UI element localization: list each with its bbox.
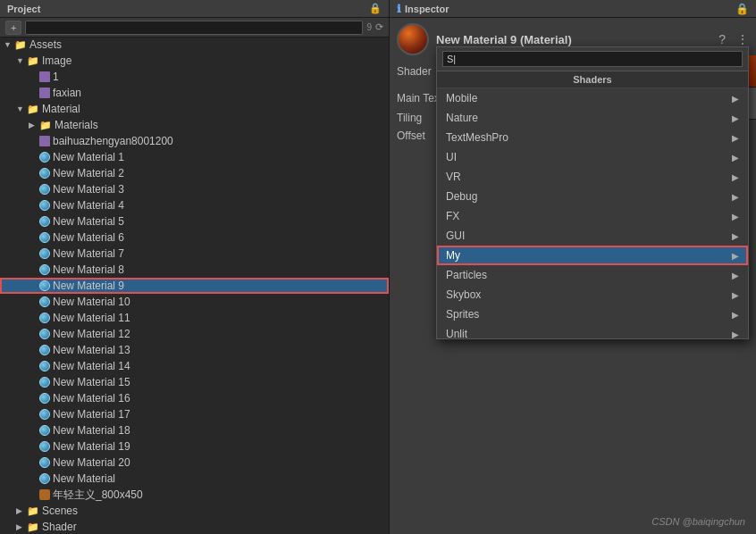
project-tree: ▼📁Assets▼📁Image1faxian▼📁Material▶📁Materi… xyxy=(0,38,389,534)
tree-item-nm_plain[interactable]: New Material xyxy=(0,471,389,487)
material-icon xyxy=(39,248,50,259)
tree-item-nm12[interactable]: New Material 12 xyxy=(0,326,389,342)
tree-item-label: faxian xyxy=(53,87,81,99)
material-icon xyxy=(39,329,50,339)
tree-item-nm5[interactable]: New Material 5 xyxy=(0,213,389,229)
tree-item-label: New Material 12 xyxy=(53,328,130,340)
search-input[interactable] xyxy=(25,21,363,35)
panel-header-actions: 🔒 xyxy=(369,3,382,14)
tree-item-label: New Material 9 xyxy=(53,280,124,292)
shader-item-gui[interactable]: GUI▶ xyxy=(437,226,748,246)
shader-item-unlit[interactable]: Unlit▶ xyxy=(437,324,748,338)
tree-item-nm8[interactable]: New Material 8 xyxy=(0,262,389,278)
shader-item-nature[interactable]: Nature▶ xyxy=(437,108,748,128)
tree-item-img1[interactable]: 1 xyxy=(0,69,389,85)
folder-icon: 📁 xyxy=(39,119,52,131)
inspector-panel: ℹ Inspector 🔒 New Material 9 (Material) … xyxy=(390,0,756,534)
shader-item-label: Sprites xyxy=(446,308,479,321)
tree-item-nm16[interactable]: New Material 16 xyxy=(0,390,389,406)
shader-item-arrow-icon: ▶ xyxy=(732,94,739,104)
tree-item-materials[interactable]: ▶📁Materials xyxy=(0,117,389,133)
toolbar-count: 9 xyxy=(366,22,372,32)
shader-item-arrow-icon: ▶ xyxy=(732,172,739,182)
tree-item-nm18[interactable]: New Material 18 xyxy=(0,422,389,438)
tree-item-nm19[interactable]: New Material 19 xyxy=(0,438,389,455)
shader-item-my[interactable]: My▶ xyxy=(437,246,748,265)
shader-list: Mobile▶Nature▶TextMeshPro▶UI▶VR▶Debug▶FX… xyxy=(437,88,748,338)
tree-item-scenes[interactable]: ▶📁Scenes xyxy=(0,503,389,519)
tree-item-nm2[interactable]: New Material 2 xyxy=(0,165,389,181)
shader-item-arrow-icon: ▶ xyxy=(732,192,739,202)
tree-item-label: New Material 13 xyxy=(53,344,130,356)
tree-item-nm15[interactable]: New Material 15 xyxy=(0,374,389,390)
tree-item-material[interactable]: ▼📁Material xyxy=(0,101,389,117)
project-panel: Project 🔒 + 9 ⟳ ▼📁Assets▼📁Image1faxian▼📁… xyxy=(0,0,390,534)
tree-item-label: New Material 19 xyxy=(53,440,130,453)
material-icon xyxy=(39,425,50,436)
tree-item-nm6[interactable]: New Material 6 xyxy=(0,229,389,246)
tree-item-label: New Material 16 xyxy=(53,392,130,405)
tree-item-nm3[interactable]: New Material 3 xyxy=(0,181,389,197)
shader-item-arrow-icon: ▶ xyxy=(732,330,739,339)
image-icon xyxy=(39,71,50,82)
tree-item-label: New Material 11 xyxy=(53,312,130,324)
lock-icon[interactable]: 🔒 xyxy=(369,3,382,14)
shader-item-vr[interactable]: VR▶ xyxy=(437,167,748,187)
tree-item-label: New Material 18 xyxy=(53,424,130,437)
kebab-icon[interactable]: ⋮ xyxy=(736,32,749,46)
material-icon xyxy=(39,232,50,243)
material-icon xyxy=(39,280,50,291)
tree-item-label: New Material 1 xyxy=(53,151,124,163)
shader-item-mobile[interactable]: Mobile▶ xyxy=(437,88,748,108)
tree-item-assets[interactable]: ▼📁Assets xyxy=(0,38,389,53)
shader-item-debug[interactable]: Debug▶ xyxy=(437,187,748,206)
shader-item-label: GUI xyxy=(446,229,465,242)
lock-icon-inspector[interactable]: 🔒 xyxy=(735,3,749,15)
shader-item-label: TextMeshPro xyxy=(446,131,508,144)
shader-item-fx[interactable]: FX▶ xyxy=(437,206,748,226)
refresh-icon[interactable]: ⟳ xyxy=(375,21,383,33)
tree-item-shader_folder[interactable]: ▶📁Shader xyxy=(0,519,389,534)
help-icon[interactable]: ? xyxy=(718,32,726,46)
tree-item-nm7[interactable]: New Material 7 xyxy=(0,246,389,262)
tree-item-nm20[interactable]: New Material 20 xyxy=(0,455,389,471)
shader-label: Shader xyxy=(397,65,438,78)
shader-search-input[interactable] xyxy=(442,51,743,67)
add-button[interactable]: + xyxy=(5,21,21,35)
tree-item-nm11[interactable]: New Material 11 xyxy=(0,310,389,326)
material-icon xyxy=(39,441,50,452)
tree-item-nm9[interactable]: New Material 9 xyxy=(0,278,389,294)
material-icon xyxy=(39,216,50,227)
tree-item-label: baihuazhengyan8001200 xyxy=(53,135,173,147)
tree-item-nm14[interactable]: New Material 14 xyxy=(0,358,389,374)
tree-item-label: New Material xyxy=(53,472,115,485)
shader-item-ui[interactable]: UI▶ xyxy=(437,147,748,167)
tree-item-nianlabel[interactable]: 年轻主义_800x450 xyxy=(0,487,389,503)
tree-item-nm17[interactable]: New Material 17 xyxy=(0,406,389,422)
tree-item-nm10[interactable]: New Material 10 xyxy=(0,294,389,310)
shader-item-sprites[interactable]: Sprites▶ xyxy=(437,305,748,324)
tree-item-label: New Material 8 xyxy=(53,263,124,276)
tree-item-faxian[interactable]: faxian xyxy=(0,85,389,101)
material-icon xyxy=(39,457,50,468)
shader-item-particles[interactable]: Particles▶ xyxy=(437,265,748,285)
project-toolbar: + 9 ⟳ xyxy=(0,18,389,38)
material-icon xyxy=(39,393,50,404)
material-icon xyxy=(39,184,50,195)
shader-item-label: Nature xyxy=(446,112,478,124)
tree-item-nm13[interactable]: New Material 13 xyxy=(0,342,389,358)
shader-item-label: My xyxy=(446,249,460,262)
tree-item-label: 年轻主义_800x450 xyxy=(53,488,143,503)
tree-item-baihualabel[interactable]: baihuazhengyan8001200 xyxy=(0,133,389,149)
tree-item-label: New Material 5 xyxy=(53,215,124,228)
material-icon xyxy=(39,361,50,371)
tree-item-nm1[interactable]: New Material 1 xyxy=(0,149,389,165)
tree-item-nm4[interactable]: New Material 4 xyxy=(0,197,389,213)
material-preview-sphere xyxy=(397,23,429,55)
shader-item-textmeshpro[interactable]: TextMeshPro▶ xyxy=(437,128,748,147)
tree-item-label: New Material 7 xyxy=(53,247,124,260)
shader-item-skybox[interactable]: Skybox▶ xyxy=(437,285,748,305)
project-panel-title: Project xyxy=(7,4,369,14)
tree-item-image[interactable]: ▼📁Image xyxy=(0,53,389,69)
shader-item-label: Debug xyxy=(446,190,477,203)
